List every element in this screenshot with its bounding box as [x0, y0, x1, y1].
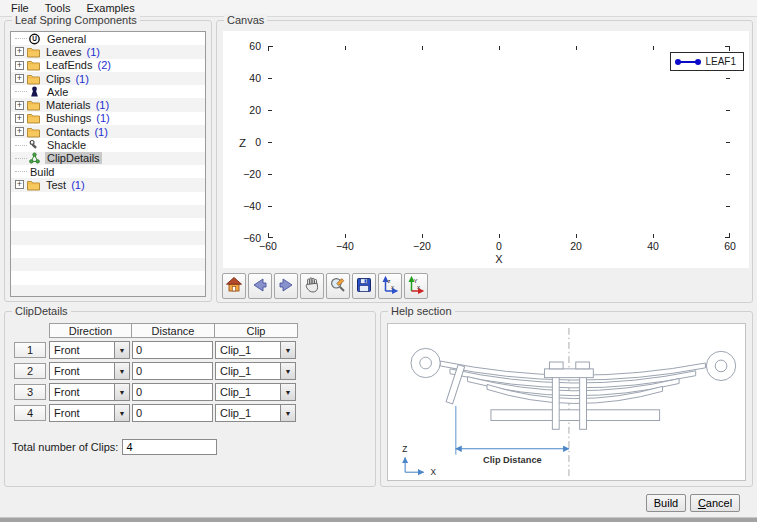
clip-cell: Clip_1▼ — [215, 380, 298, 401]
tree-item-shackle[interactable]: Shackle — [11, 138, 205, 151]
help-panel-title: Help section — [388, 305, 455, 318]
direction-select-3[interactable]: Front▼ — [49, 383, 130, 401]
chevron-down-icon[interactable]: ▼ — [114, 342, 129, 358]
tree-item-contacts[interactable]: +Contacts(1) — [11, 125, 205, 138]
expander-icon[interactable]: + — [15, 61, 24, 70]
svg-text:U: U — [32, 35, 37, 42]
column-header-direction: Direction — [49, 323, 132, 338]
cancel-button[interactable]: Cancel — [690, 494, 740, 512]
tree-empty-row — [11, 245, 205, 258]
direction-select-4[interactable]: Front▼ — [49, 404, 130, 422]
menu-tools[interactable]: Tools — [37, 1, 79, 15]
expander-icon[interactable]: + — [15, 127, 24, 136]
expander-icon[interactable]: + — [15, 180, 24, 189]
forward-icon — [277, 276, 295, 297]
y-tick-label: −20 — [243, 168, 261, 180]
tree-item-label: General — [45, 33, 88, 45]
chevron-down-icon[interactable]: ▼ — [280, 405, 295, 421]
row-header-3[interactable]: 3 — [14, 384, 46, 400]
expander-icon[interactable]: + — [15, 114, 24, 123]
tree-item-materials[interactable]: +Materials(1) — [11, 98, 205, 111]
chevron-down-icon[interactable]: ▼ — [114, 405, 129, 421]
x-tick-mark — [499, 46, 500, 50]
table-corner-cell — [14, 323, 49, 338]
distance-input-1[interactable] — [132, 341, 213, 359]
direction-select-1[interactable]: Front▼ — [49, 341, 130, 359]
build-button[interactable]: Build — [646, 494, 686, 512]
plot-legend: LEAF1 — [670, 52, 744, 71]
chevron-down-icon[interactable]: ▼ — [280, 342, 295, 358]
y-tick-mark — [268, 78, 272, 79]
clipdetails-icon — [28, 152, 41, 164]
home-button[interactable] — [222, 273, 246, 299]
row-header-1[interactable]: 1 — [14, 342, 46, 358]
tree-connector — [15, 171, 27, 172]
tree-item-label: Bushings — [44, 112, 93, 124]
tree-item-leafends[interactable]: +LeafEnds(2) — [11, 59, 205, 72]
clip-select-1[interactable]: Clip_1▼ — [215, 341, 296, 359]
canvas-panel: Canvas Z X −60−40−2002040606040200−20−40… — [216, 20, 753, 303]
direction-select-2[interactable]: Front▼ — [49, 362, 130, 380]
total-clips-input[interactable] — [122, 439, 217, 455]
tree-item-general[interactable]: UGeneral — [11, 32, 205, 45]
chevron-down-icon[interactable]: ▼ — [114, 384, 129, 400]
svg-text:z: z — [388, 277, 391, 283]
column-header-distance: Distance — [132, 323, 215, 338]
clip-select-4[interactable]: Clip_1▼ — [215, 404, 296, 422]
expander-icon[interactable]: + — [15, 74, 24, 83]
clip-select-3[interactable]: Clip_1▼ — [215, 383, 296, 401]
distance-input-4[interactable] — [132, 404, 213, 422]
clip-value: Clip_1 — [216, 386, 280, 398]
folder-icon — [27, 179, 40, 191]
menu-examples[interactable]: Examples — [78, 1, 142, 15]
total-clips-label: Total number of Clips: — [12, 441, 118, 453]
clip-details-title: ClipDetails — [12, 305, 71, 318]
distance-input-3[interactable] — [132, 383, 213, 401]
y-tick-mark — [726, 206, 730, 207]
distance-input-2[interactable] — [132, 362, 213, 380]
view-zx-button[interactable]: zx — [378, 273, 402, 299]
forward-button[interactable] — [274, 273, 298, 299]
legend-line-marker — [676, 61, 700, 63]
tree-item-build[interactable]: Build — [11, 165, 205, 178]
clip-cell: Clip_1▼ — [215, 401, 298, 422]
row-header-4[interactable]: 4 — [14, 405, 46, 421]
folder-icon — [27, 59, 40, 71]
component-tree[interactable]: UGeneral+Leaves(1)+LeafEnds(2)+Clips(1)A… — [10, 31, 206, 297]
plot-canvas[interactable]: Z X −60−40−2002040606040200−20−40−60 LEA… — [223, 31, 749, 268]
pan-button[interactable] — [300, 273, 324, 299]
chevron-down-icon[interactable]: ▼ — [114, 363, 129, 379]
column-header-clip: Clip — [215, 323, 298, 338]
zoom-rect-button[interactable] — [326, 273, 350, 299]
tree-item-axle[interactable]: Axle — [11, 85, 205, 98]
clip-select-2[interactable]: Clip_1▼ — [215, 362, 296, 380]
view-yx-button[interactable]: Yx — [404, 273, 428, 299]
tree-connector — [15, 145, 27, 146]
tree-item-clipdetails[interactable]: ClipDetails — [11, 152, 205, 165]
expander-icon[interactable]: + — [15, 47, 24, 56]
clip-value: Clip_1 — [216, 365, 280, 377]
expander-icon[interactable]: + — [15, 101, 24, 110]
save-icon — [355, 276, 373, 297]
tree-item-count: (1) — [96, 99, 109, 111]
x-tick-label: −60 — [259, 240, 277, 252]
x-tick-label: 60 — [724, 240, 736, 252]
save-button[interactable] — [352, 273, 376, 299]
diagram-x-label: X — [430, 468, 436, 477]
row-header-2[interactable]: 2 — [14, 363, 46, 379]
tree-item-leaves[interactable]: +Leaves(1) — [11, 45, 205, 58]
menu-file[interactable]: File — [3, 1, 37, 15]
plot-toolbar: zxYx — [222, 273, 428, 299]
chevron-down-icon[interactable]: ▼ — [280, 363, 295, 379]
svg-text:x: x — [417, 284, 420, 290]
chevron-down-icon[interactable]: ▼ — [280, 384, 295, 400]
tree-item-bushings[interactable]: +Bushings(1) — [11, 112, 205, 125]
total-clips-row: Total number of Clips: — [12, 439, 217, 455]
y-tick-mark — [726, 78, 730, 79]
direction-cell: Front▼ — [49, 401, 132, 422]
shackle-icon — [28, 139, 41, 151]
back-button[interactable] — [248, 273, 272, 299]
tree-item-test[interactable]: +Test(1) — [11, 178, 205, 191]
tree-item-clips[interactable]: +Clips(1) — [11, 72, 205, 85]
y-tick-label: −60 — [243, 232, 261, 244]
